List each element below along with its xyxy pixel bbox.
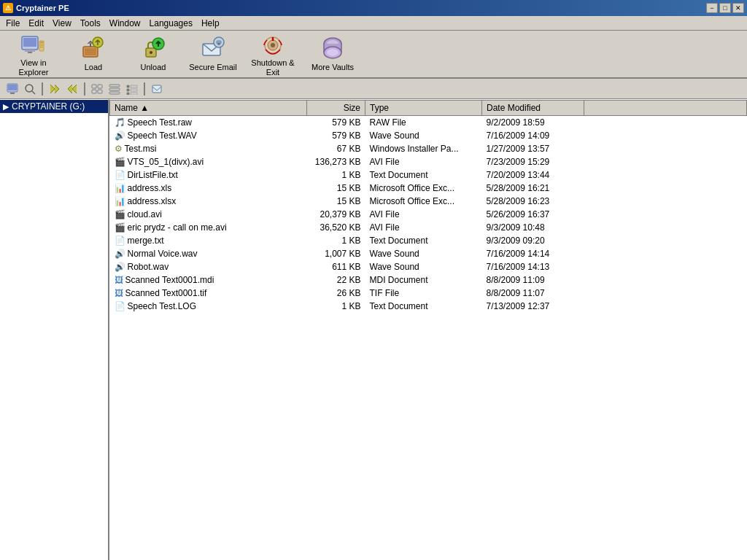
file-date-cell: 7/16/2009 14:13	[482, 260, 584, 273]
file-icon: 📄	[115, 236, 125, 246]
tb2-btn8[interactable]	[149, 81, 165, 97]
tb2-btn6[interactable]	[107, 81, 123, 97]
menu-window[interactable]: Window	[105, 17, 145, 30]
table-row[interactable]: 🔊Normal Voice.wav 1,007 KB Wave Sound 7/…	[110, 247, 747, 260]
load-icon	[80, 35, 107, 61]
right-panel: Name ▲ Size Type Date Modified 🎵Speech T…	[109, 99, 747, 560]
table-row[interactable]: 🎬cloud.avi 20,379 KB AVI File 5/26/2009 …	[110, 208, 747, 221]
file-name-cell: 🖼Scanned Text0001.tif	[110, 287, 307, 300]
file-extra-cell	[584, 168, 747, 182]
table-row[interactable]: 📊address.xls 15 KB Microsoft Office Exc.…	[110, 182, 747, 195]
load-label: Load	[85, 63, 102, 72]
file-date-cell: 5/26/2009 16:37	[482, 208, 584, 221]
file-size-cell: 1 KB	[307, 168, 365, 182]
col-header-extra	[584, 101, 747, 116]
menu-languages[interactable]: Languages	[145, 17, 197, 30]
svg-rect-41	[131, 85, 137, 88]
file-size-cell: 20,379 KB	[307, 208, 365, 221]
file-type-cell: Windows Installer Pa...	[365, 142, 482, 155]
file-icon: 🖼	[115, 288, 123, 298]
load-button[interactable]: Load	[64, 33, 123, 75]
file-icon: 📄	[115, 301, 125, 311]
file-name-cell: 🔊Normal Voice.wav	[110, 247, 307, 260]
unload-label: Unload	[141, 63, 166, 72]
menu-tools[interactable]: Tools	[76, 17, 105, 30]
file-name-cell: 📄DirListFile.txt	[110, 168, 307, 182]
file-size-cell: 1 KB	[307, 300, 365, 313]
svg-line-32	[32, 91, 35, 94]
unload-button[interactable]: Unload	[124, 33, 182, 75]
file-icon: 🔊	[115, 262, 125, 272]
file-extra-cell	[584, 221, 747, 234]
file-type-cell: Text Document	[365, 234, 482, 247]
close-button[interactable]: ✕	[732, 3, 744, 13]
view-in-explorer-label: View in Explorer	[8, 58, 59, 77]
file-name-cell: 🔊Robot.wav	[110, 260, 307, 273]
shutdown-exit-button[interactable]: Shutdown & Exit	[244, 33, 302, 75]
table-row[interactable]: 📊address.xlsx 15 KB Microsoft Office Exc…	[110, 195, 747, 208]
file-name-cell: 📊address.xls	[110, 182, 307, 195]
col-header-name[interactable]: Name ▲	[110, 101, 307, 116]
table-row[interactable]: 🎵Speech Test.raw 579 KB RAW File 9/2/200…	[110, 116, 747, 130]
col-header-date[interactable]: Date Modified	[482, 101, 584, 116]
title-bar: ⚠ Cryptainer PE − □ ✕	[0, 0, 747, 16]
file-type-cell: Wave Sound	[365, 129, 482, 142]
secure-email-button[interactable]: Secure Email	[184, 33, 242, 75]
table-row[interactable]: 📄DirListFile.txt 1 KB Text Document 7/20…	[110, 168, 747, 182]
tree-drive-item[interactable]: ▶ CRYPTAINER (G:)	[0, 100, 108, 113]
table-row[interactable]: 📄merge.txt 1 KB Text Document 9/3/2009 0…	[110, 234, 747, 247]
table-row[interactable]: 🎬VTS_05_1(divx).avi 136,273 KB AVI File …	[110, 155, 747, 168]
svg-rect-6	[40, 44, 43, 44]
table-row[interactable]: 🔊Robot.wav 611 KB Wave Sound 7/16/2009 1…	[110, 260, 747, 273]
tb2-btn3[interactable]	[47, 81, 63, 97]
tb2-btn5[interactable]	[89, 81, 105, 97]
file-type-cell: TIF File	[365, 287, 482, 300]
file-type-cell: Wave Sound	[365, 260, 482, 273]
table-row[interactable]: 🔊Speech Test.WAV 579 KB Wave Sound 7/16/…	[110, 129, 747, 142]
file-date-cell: 7/16/2009 14:14	[482, 247, 584, 260]
col-header-type[interactable]: Type	[365, 101, 482, 116]
table-row[interactable]: 📄Speech Test.LOG 1 KB Text Document 7/13…	[110, 300, 747, 313]
file-type-cell: AVI File	[365, 208, 482, 221]
svg-rect-46	[152, 85, 161, 93]
tb2-btn7[interactable]	[124, 81, 140, 97]
svg-rect-42	[127, 89, 129, 91]
menu-view[interactable]: View	[48, 17, 76, 30]
maximize-button[interactable]: □	[719, 3, 731, 13]
table-row[interactable]: 🖼Scanned Text0001.tif 26 KB TIF File 8/8…	[110, 287, 747, 300]
svg-rect-1	[23, 38, 36, 47]
col-header-size[interactable]: Size	[307, 101, 365, 116]
file-type-cell: Text Document	[365, 300, 482, 313]
minimize-button[interactable]: −	[706, 3, 718, 13]
main-area: ▶ CRYPTAINER (G:) Name ▲ Size Type Date …	[0, 99, 747, 560]
file-type-cell: Text Document	[365, 168, 482, 182]
tb2-btn4[interactable]	[64, 81, 80, 97]
table-row[interactable]: ⚙Test.msi 67 KB Windows Installer Pa... …	[110, 142, 747, 155]
menu-help[interactable]: Help	[197, 17, 224, 30]
menu-edit[interactable]: Edit	[24, 17, 48, 30]
file-size-cell: 1 KB	[307, 234, 365, 247]
more-vaults-button[interactable]: More Vaults	[303, 33, 362, 75]
file-date-cell: 8/8/2009 11:07	[482, 287, 584, 300]
table-row[interactable]: 🎬eric prydz - call on me.avi 36,520 KB A…	[110, 221, 747, 234]
file-size-cell: 15 KB	[307, 182, 365, 195]
tb2-btn2[interactable]	[22, 81, 38, 97]
file-date-cell: 7/23/2009 15:29	[482, 155, 584, 168]
file-extra-cell	[584, 260, 747, 273]
view-in-explorer-button[interactable]: View in Explorer	[4, 33, 63, 75]
file-type-cell: AVI File	[365, 221, 482, 234]
svg-rect-40	[127, 85, 129, 88]
file-extra-cell	[584, 182, 747, 195]
file-icon: 📄	[115, 170, 125, 180]
more-vaults-label: More Vaults	[311, 63, 354, 72]
file-size-cell: 579 KB	[307, 129, 365, 142]
file-date-cell: 8/8/2009 11:09	[482, 273, 584, 287]
file-extra-cell	[584, 155, 747, 168]
svg-rect-45	[131, 93, 137, 95]
svg-point-31	[26, 85, 33, 92]
more-vaults-icon	[320, 35, 346, 61]
menu-file[interactable]: File	[1, 17, 24, 30]
tb2-btn1[interactable]	[4, 81, 20, 97]
file-name-cell: ⚙Test.msi	[110, 142, 307, 155]
table-row[interactable]: 🖼Scanned Text0001.mdi 22 KB MDI Document…	[110, 273, 747, 287]
